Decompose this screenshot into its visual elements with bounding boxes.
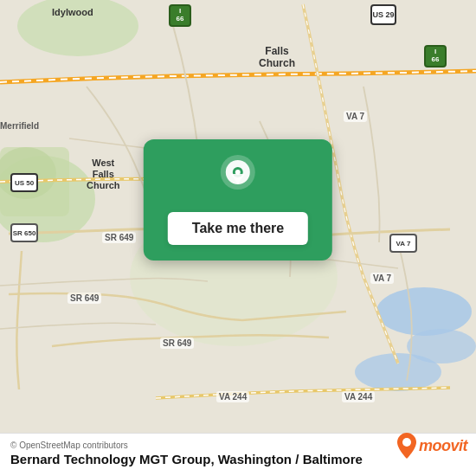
road-label-sr649-1: SR 649 xyxy=(102,232,136,243)
popup-card: Take me there xyxy=(144,139,332,261)
moovit-text: moovit xyxy=(419,437,467,455)
svg-point-4 xyxy=(376,287,472,336)
badge-i66-left: I66 xyxy=(169,4,191,27)
location-icon-wrap xyxy=(219,155,257,203)
place-falls-church: FallsChurch xyxy=(259,45,295,70)
place-merrifield: Merrifield xyxy=(0,121,39,131)
road-label-sr649-4: SR 649 xyxy=(160,338,194,349)
road-label-va7-2: VA 7 xyxy=(370,273,394,284)
map-container: SR 649 SR 649 SR 649 SR 649 VA 244 VA 24… xyxy=(0,0,476,476)
badge-sr650-left: SR 650 xyxy=(10,223,38,242)
place-title: Bernard Technology MGT Group, Washington… xyxy=(10,452,299,466)
place-subtitle: Baltimore xyxy=(303,452,363,466)
moovit-logo: moovit xyxy=(397,433,467,459)
road-label-va244-2: VA 244 xyxy=(342,391,375,402)
svg-point-14 xyxy=(402,438,411,447)
place-idylwood: Idylwood xyxy=(52,7,93,17)
take-me-there-button[interactable]: Take me there xyxy=(168,212,308,245)
badge-i66-right: I66 xyxy=(424,45,447,68)
location-pin-icon xyxy=(219,155,257,200)
road-label-sr649-3: SR 649 xyxy=(68,293,101,304)
road-label-va244-1: VA 244 xyxy=(216,391,249,402)
place-west-falls-church: WestFallsChurch xyxy=(87,158,120,192)
moovit-pin-icon xyxy=(397,433,416,459)
badge-us29: US 29 xyxy=(370,4,396,25)
svg-point-6 xyxy=(355,353,441,391)
road-label-va7-1: VA 7 xyxy=(344,111,367,122)
badge-us50: US 50 xyxy=(10,173,38,192)
badge-va7-mid: VA 7 xyxy=(389,234,417,253)
